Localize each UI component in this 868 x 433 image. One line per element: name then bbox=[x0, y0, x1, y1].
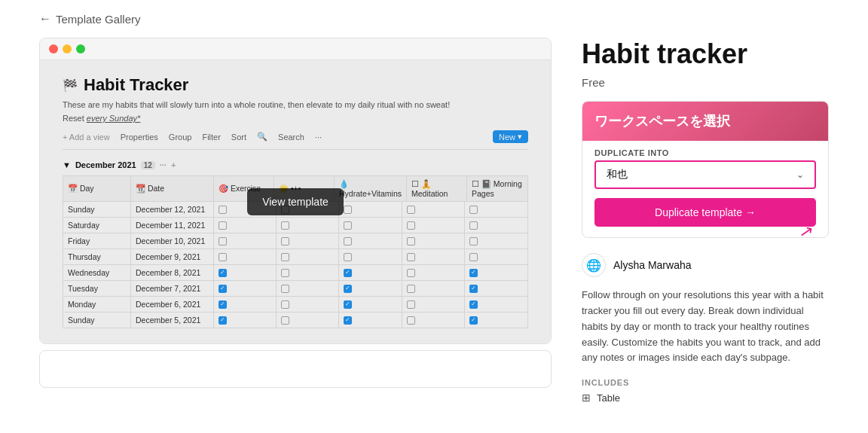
second-preview-stub bbox=[39, 350, 552, 388]
workspace-label: DUPLICATE INTO bbox=[582, 141, 828, 160]
workspace-selected: 和也 bbox=[607, 168, 628, 181]
workspace-selector-card: ワークスペースを選択 DUPLICATE INTO 和也 ⌄ Duplicate… bbox=[582, 101, 829, 238]
dot-red bbox=[49, 44, 58, 53]
author-globe-icon: 🌐 bbox=[582, 253, 606, 277]
main-content: 🏁 Habit Tracker These are my habits that… bbox=[0, 38, 868, 404]
preview-titlebar bbox=[40, 38, 551, 60]
preview-panel: 🏁 Habit Tracker These are my habits that… bbox=[39, 38, 552, 404]
template-title: Habit tracker bbox=[582, 38, 829, 70]
includes-item-label: Table bbox=[597, 392, 620, 404]
back-arrow-icon: ← bbox=[39, 12, 51, 26]
includes-label: INCLUDES bbox=[582, 378, 829, 387]
preview-overlay[interactable]: View template bbox=[40, 60, 551, 343]
template-price: Free bbox=[582, 76, 829, 89]
view-template-button[interactable]: View template bbox=[247, 188, 344, 215]
back-link[interactable]: ← Template Gallery bbox=[39, 12, 141, 26]
workspace-header-text: ワークスペースを選択 bbox=[594, 112, 816, 130]
author-name: Alysha Marwaha bbox=[613, 259, 692, 271]
includes-item: ⊞ Table bbox=[582, 392, 829, 404]
table-icon: ⊞ bbox=[582, 392, 591, 404]
template-preview[interactable]: 🏁 Habit Tracker These are my habits that… bbox=[39, 38, 552, 344]
page-container: ← Template Gallery 🏁 Habit Tracker bbox=[0, 0, 868, 404]
workspace-chevron-icon: ⌄ bbox=[796, 169, 804, 180]
back-link-label: Template Gallery bbox=[56, 13, 141, 26]
dot-green bbox=[76, 44, 85, 53]
description-text: Follow through on your resolutions this … bbox=[582, 288, 829, 366]
cursor-arrow-icon: ↗ bbox=[798, 221, 815, 238]
header: ← Template Gallery bbox=[0, 0, 868, 38]
workspace-header: ワークスペースを選択 bbox=[582, 102, 828, 141]
preview-body: 🏁 Habit Tracker These are my habits that… bbox=[40, 60, 551, 343]
info-panel: Habit tracker Free ワークスペースを選択 DUPLICATE … bbox=[552, 38, 829, 404]
workspace-dropdown[interactable]: 和也 ⌄ bbox=[594, 160, 816, 189]
author-section: 🌐 Alysha Marwaha bbox=[582, 253, 829, 277]
duplicate-button[interactable]: Duplicate template → bbox=[594, 198, 816, 227]
dot-yellow bbox=[63, 44, 72, 53]
